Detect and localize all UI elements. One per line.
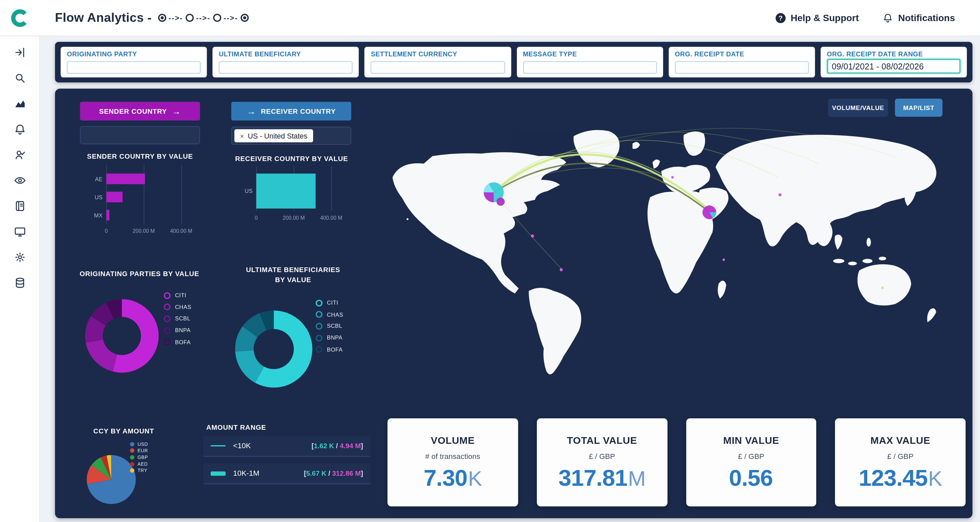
sidebar-item-settings[interactable] xyxy=(8,249,32,265)
map-dot xyxy=(881,287,884,289)
legend-item-bofa[interactable]: BOFA xyxy=(315,344,343,355)
range-values: [5.67 K / 312.86 M] xyxy=(304,470,363,477)
originating-parties-legend: CITICHASSCBLBNPABOFA xyxy=(164,290,191,348)
kpi-title: MIN VALUE xyxy=(723,435,779,446)
receiver-country-button[interactable]: → RECEIVER COUNTRY xyxy=(231,102,352,121)
legend-swatch xyxy=(315,335,322,341)
page-title: Flow Analytics - xyxy=(55,11,152,25)
legend-label: BOFA xyxy=(327,346,343,352)
ultimate-beneficiary-input[interactable] xyxy=(219,61,353,73)
axis-label-ae: AE xyxy=(80,176,106,182)
filter-label: ULTIMATE BENEFICIARY xyxy=(219,50,353,57)
legend-item-scbl[interactable]: SCBL xyxy=(315,320,343,332)
sidebar-item-alerts[interactable] xyxy=(8,121,32,137)
legend-label: BNPA xyxy=(327,335,343,341)
legend-label: CITI xyxy=(175,292,186,299)
help-support-link[interactable]: ? Help & Support xyxy=(776,13,859,23)
legend-item-citi[interactable]: CITI xyxy=(164,290,191,301)
legend-swatch xyxy=(315,300,322,306)
org-receipt-date-range-input[interactable] xyxy=(827,59,961,74)
dashboard-panel: SENDER COUNTRY → → RECEIVER COUNTRY × US… xyxy=(55,89,973,518)
legend-label: BOFA xyxy=(175,339,191,345)
legend-label: USD xyxy=(138,441,148,447)
app-header: Flow Analytics - -->- -->- -->- ? Help &… xyxy=(0,0,980,36)
app-logo[interactable] xyxy=(0,7,40,28)
legend-item-scbl[interactable]: SCBL xyxy=(164,313,191,325)
sidebar-item-terminal[interactable] xyxy=(8,224,32,240)
filter-label: ORG. RECEIPT DATE xyxy=(675,50,809,57)
sender-country-button-label: SENDER COUNTRY xyxy=(99,107,167,115)
legend-swatch xyxy=(164,327,170,333)
legend-item-chas[interactable]: CHAS xyxy=(164,301,191,313)
south-america xyxy=(528,288,581,374)
legend-item-citi[interactable]: CITI xyxy=(315,297,343,309)
sidebar-item-approvals[interactable] xyxy=(8,147,32,163)
legend-item-eur[interactable]: EUR xyxy=(130,447,148,454)
bar-us[interactable] xyxy=(256,173,316,208)
receiver-country-tag[interactable]: × US - United States xyxy=(234,129,313,142)
settlement-currency-input[interactable] xyxy=(371,61,505,73)
area-chart-icon xyxy=(13,97,26,110)
org-receipt-date-input[interactable] xyxy=(675,61,809,73)
range-values: [1.62 K / 4.94 M] xyxy=(312,442,363,449)
ultimate-beneficiaries-donut xyxy=(234,309,313,389)
legend-swatch xyxy=(130,442,134,446)
sender-country-button[interactable]: SENDER COUNTRY → xyxy=(80,102,200,121)
sender-country-input[interactable] xyxy=(80,126,200,144)
legend-item-gbp[interactable]: GBP xyxy=(130,454,148,461)
legend-swatch xyxy=(130,462,134,466)
world-map[interactable] xyxy=(375,104,966,405)
tick-label: 0 xyxy=(255,215,258,221)
bell-icon xyxy=(883,13,893,23)
legend-item-aed[interactable]: AED xyxy=(130,461,148,467)
sidebar-item-data[interactable] xyxy=(8,275,32,291)
tick-label: 200.00 M xyxy=(283,215,305,221)
sidebar-item-reports[interactable] xyxy=(8,198,32,214)
amount-range-row-10k-1m[interactable]: 10K-1M [5.67 K / 312.86 M] xyxy=(203,463,371,484)
flow-arrow: -->- xyxy=(224,13,238,22)
filter-label: SETTLEMENT CURRENCY xyxy=(371,50,505,57)
africa xyxy=(648,191,713,294)
sidebar-item-monitoring[interactable] xyxy=(8,173,32,189)
sidebar-item-analytics[interactable] xyxy=(8,95,32,112)
united-kingdom xyxy=(652,159,660,168)
legend-item-usd[interactable]: USD xyxy=(130,441,148,447)
legend-item-bnpa[interactable]: BNPA xyxy=(164,324,191,336)
originating-party-input[interactable] xyxy=(67,61,201,73)
legend-label: CHAS xyxy=(327,312,343,318)
kpi-title: MAX VALUE xyxy=(870,435,930,446)
flow-node-icon xyxy=(186,14,194,22)
header-actions: ? Help & Support Notifications xyxy=(776,13,955,23)
receiver-country-input[interactable]: × US - United States xyxy=(231,127,352,145)
flow-diagram: -->- -->- -->- xyxy=(158,13,249,22)
help-support-label: Help & Support xyxy=(791,13,859,23)
legend-item-chas[interactable]: CHAS xyxy=(315,309,343,321)
indonesia xyxy=(862,259,873,263)
range-label: <10K xyxy=(233,441,251,450)
legend-item-bnpa[interactable]: BNPA xyxy=(315,332,343,344)
notifications-link[interactable]: Notifications xyxy=(883,13,955,23)
legend-swatch xyxy=(315,346,322,352)
bar-mx[interactable] xyxy=(107,209,110,221)
remove-tag-icon[interactable]: × xyxy=(240,132,244,140)
legend-swatch xyxy=(130,455,134,460)
message-type-input[interactable] xyxy=(523,61,657,73)
kpi-card-max-value: MAX VALUE £ / GBP 123.45K xyxy=(835,418,966,506)
kpi-row: VOLUME # of transactions 7.30K TOTAL VAL… xyxy=(388,418,966,506)
amount-range-row-lt10k[interactable]: <10K [1.62 K / 4.94 M] xyxy=(203,436,371,457)
filter-label: MESSAGE TYPE xyxy=(523,50,657,57)
slice-chas[interactable] xyxy=(86,340,117,371)
north-america xyxy=(392,152,566,294)
legend-item-try[interactable]: TRY xyxy=(130,467,148,474)
kpi-card-total-value: TOTAL VALUE £ / GBP 317.81M xyxy=(537,418,667,506)
legend-label: AED xyxy=(138,461,148,467)
bar-us[interactable] xyxy=(107,192,123,202)
filter-settlement-currency: SETTLEMENT CURRENCY xyxy=(364,47,511,78)
range-line-icon xyxy=(211,445,226,446)
sidebar-item-flows[interactable] xyxy=(8,44,32,60)
sidebar-item-search[interactable] xyxy=(8,70,32,86)
flow-arrow: -->- xyxy=(196,13,210,22)
legend-item-bofa[interactable]: BOFA xyxy=(164,336,191,348)
bar-ae[interactable] xyxy=(107,173,145,184)
continents xyxy=(392,130,936,374)
